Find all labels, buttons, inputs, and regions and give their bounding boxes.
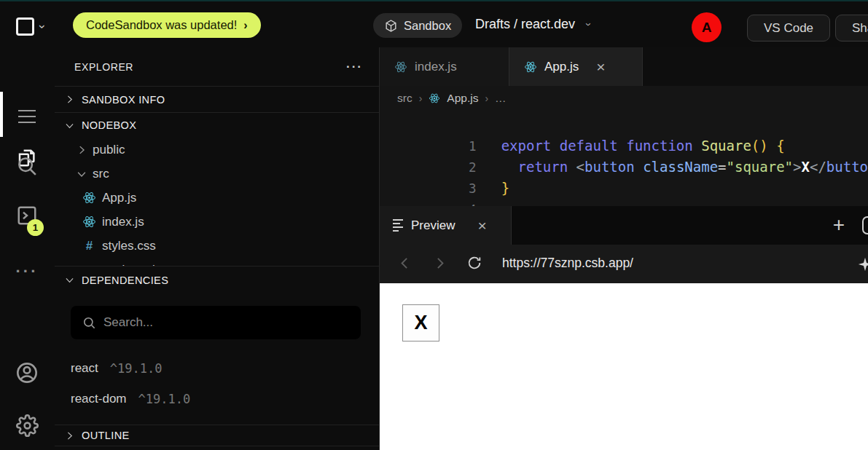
dependency-search[interactable] <box>71 306 361 339</box>
file-row-appjs[interactable]: App.js <box>55 186 379 210</box>
dependency-name: react-dom <box>71 392 127 406</box>
breadcrumb[interactable]: src › App.js › … <box>380 86 868 111</box>
banner-chevron-icon: › <box>243 19 247 32</box>
account-icon[interactable] <box>15 361 39 384</box>
nav-forward-icon[interactable] <box>432 256 447 274</box>
share-button[interactable]: Sha <box>835 15 868 42</box>
settings-gear-icon[interactable] <box>15 414 39 437</box>
section-outline-label: OUTLINE <box>82 430 130 441</box>
update-banner-label: CodeSandbox was updated! <box>86 18 237 32</box>
share-button-label: Sha <box>852 21 868 36</box>
chevron-down-icon <box>75 167 88 181</box>
search-icon[interactable] <box>15 154 39 178</box>
tab-label: App.js <box>544 60 579 74</box>
section-nodebox[interactable]: NODEBOX <box>55 113 379 138</box>
breadcrumb-folder[interactable]: src <box>397 92 413 105</box>
chevron-right-icon <box>75 143 88 157</box>
breadcrumb-more[interactable]: … <box>495 92 507 105</box>
line-number: 2 <box>430 157 477 178</box>
explorer-more-icon[interactable]: ··· <box>346 60 363 74</box>
dependency-version: ^19.1.0 <box>110 361 163 376</box>
project-menu-chevron-icon: › <box>584 23 595 26</box>
tab-indexjs[interactable]: index.js <box>380 47 509 86</box>
menu-hamburger-icon[interactable] <box>15 105 39 128</box>
preview-tab[interactable]: Preview × <box>380 206 512 245</box>
folder-row-public[interactable]: public <box>55 138 379 162</box>
sparkle-ai-icon[interactable] <box>857 256 868 275</box>
sandbox-type-badge[interactable]: Sandbox <box>373 13 462 38</box>
codesandbox-logo-icon[interactable] <box>16 17 34 36</box>
line-number: 3 <box>430 178 477 200</box>
chevron-right-icon: › <box>419 92 423 104</box>
search-icon <box>82 316 96 330</box>
avatar-initial: A <box>702 20 712 36</box>
chevron-down-icon <box>63 119 76 132</box>
preview-square-button[interactable]: X <box>402 304 439 342</box>
code-token: button <box>584 159 635 175</box>
react-file-icon <box>82 191 96 205</box>
avatar[interactable]: A <box>692 12 722 42</box>
file-row-indexjs[interactable]: index.js <box>55 210 379 234</box>
editor-tab-bar: index.js App.js × <box>380 47 868 86</box>
open-in-vscode-button[interactable]: VS Code <box>747 15 830 42</box>
dependency-row[interactable]: react ^19.1.0 <box>71 356 162 381</box>
preview-pane: X <box>380 283 868 450</box>
preview-square-label: X <box>414 312 427 334</box>
code-token: button <box>826 159 868 175</box>
nav-back-icon[interactable] <box>397 256 413 274</box>
line-number: 1 <box>430 136 477 157</box>
sandbox-badge-label: Sandbox <box>404 19 451 33</box>
activity-bar: 1 ··· <box>0 47 55 450</box>
code-token: export default function <box>501 138 702 154</box>
code-token: () { <box>751 138 785 154</box>
section-dependencies-label: DEPENDENCIES <box>82 275 168 286</box>
folder-label: public <box>93 143 125 157</box>
section-outline[interactable]: OUTLINE <box>55 425 379 446</box>
tab-label: index.js <box>415 60 457 74</box>
cube-icon <box>384 19 398 33</box>
breadcrumb-file[interactable]: App.js <box>447 92 478 105</box>
explorer-header: EXPLORER ··· <box>55 47 379 86</box>
dependency-search-input[interactable] <box>103 315 344 330</box>
explorer-title: EXPLORER <box>74 61 133 73</box>
react-file-icon <box>524 60 537 74</box>
section-dependencies[interactable]: DEPENDENCIES <box>55 266 379 293</box>
preview-header: Preview × + <box>380 206 868 245</box>
tab-appjs-active[interactable]: App.js × <box>509 47 643 86</box>
workspace-menu-chevron-icon[interactable]: › <box>36 25 49 29</box>
add-devtool-icon[interactable]: + <box>826 213 851 237</box>
preview-list-icon <box>393 219 403 232</box>
section-sandbox-info[interactable]: SANDBOX INFO <box>55 86 379 113</box>
code-token: = <box>718 159 726 175</box>
dependency-row[interactable]: react-dom ^19.1.0 <box>71 387 190 411</box>
layout-icon-partial[interactable] <box>862 216 868 234</box>
dependency-version: ^19.1.0 <box>138 392 191 406</box>
close-preview-icon[interactable]: × <box>477 217 486 234</box>
devtools-count-badge: 1 <box>27 219 44 236</box>
section-nodebox-label: NODEBOX <box>82 119 136 131</box>
file-label: styles.css <box>102 239 156 253</box>
file-row-packagejson[interactable]: {} package.json <box>55 258 379 266</box>
close-tab-icon[interactable]: × <box>596 58 605 76</box>
project-breadcrumb[interactable]: Drafts / react.dev › <box>475 17 591 32</box>
file-row-stylescss[interactable]: # styles.css <box>55 234 379 258</box>
css-file-icon: # <box>82 239 96 253</box>
refresh-icon[interactable] <box>466 255 482 274</box>
chevron-right-icon <box>63 430 76 442</box>
folder-row-src[interactable]: src <box>55 162 379 186</box>
top-bar: › CodeSandbox was updated! › Sandbox Dra… <box>0 1 868 47</box>
code-token: X <box>802 159 810 175</box>
devtools-count: 1 <box>33 222 39 233</box>
code-token: > <box>793 159 801 175</box>
section-sandbox-info-label: SANDBOX INFO <box>82 94 165 106</box>
dependency-name: react <box>71 361 98 376</box>
more-tools-icon[interactable]: ··· <box>15 260 39 283</box>
code-token: } <box>501 180 509 196</box>
code-token: < <box>576 159 584 175</box>
preview-url[interactable]: https://77sznp.csb.app/ <box>502 256 633 271</box>
code-editor[interactable]: 1export default function Square() { 2 re… <box>380 111 868 206</box>
preview-url-bar: https://77sznp.csb.app/ <box>380 245 868 283</box>
editor-column: index.js App.js × src › App.js › … 1expo… <box>380 47 868 450</box>
file-label: App.js <box>102 191 136 205</box>
update-banner-button[interactable]: CodeSandbox was updated! › <box>73 12 261 38</box>
